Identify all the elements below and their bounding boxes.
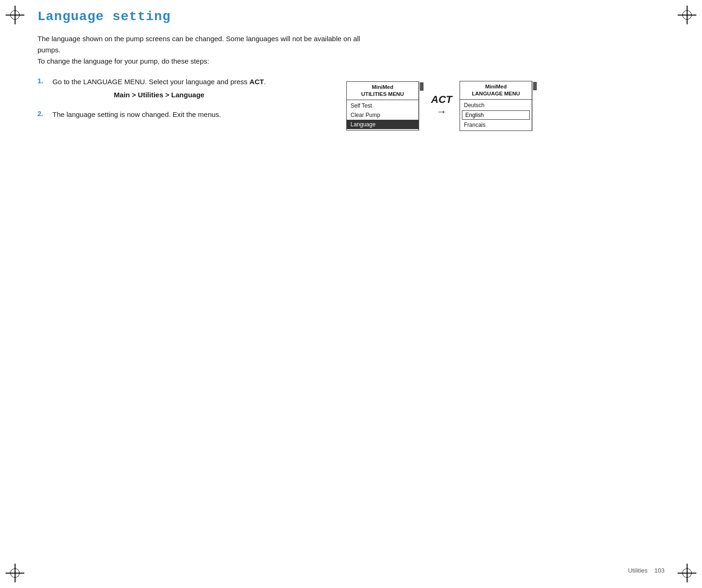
menu-item-francais: Francais	[460, 120, 532, 130]
step-1-number: 1.	[37, 76, 47, 85]
utilities-menu-body: Self Test Clear Pump Language	[347, 100, 418, 130]
menu-item-deutsch: Deutsch	[460, 101, 532, 110]
language-menu-screen: MiniMed LANGUAGE MENU Deutsch English Fr…	[460, 81, 537, 131]
pump-diagram: MiniMed UTILITIES MENU Self Test Clear P…	[346, 81, 537, 131]
menu-item-self-test: Self Test	[347, 101, 418, 110]
menu-item-clear-pump: Clear Pump	[347, 110, 418, 120]
corner-mark-bl	[6, 564, 24, 582]
step-2: 2. The language setting is now changed. …	[37, 109, 328, 120]
utilities-menu-box: MiniMed UTILITIES MENU Self Test Clear P…	[346, 81, 419, 131]
step-1-nav: Main > Utilities > Language	[52, 89, 266, 101]
utilities-screen-header: MiniMed UTILITIES MENU	[347, 82, 418, 100]
utilities-scrollbar	[419, 81, 424, 131]
step-2-number: 2.	[37, 109, 47, 117]
steps-list: 1. Go to the LANGUAGE MENU. Select your …	[37, 76, 328, 129]
language-screen-header: MiniMed LANGUAGE MENU	[460, 81, 532, 100]
corner-mark-tr	[678, 6, 696, 24]
menu-item-language: Language	[347, 120, 418, 129]
intro-text: The language shown on the pump screens c…	[37, 33, 365, 67]
language-scroll-thumb	[533, 82, 537, 90]
language-scrollbar	[532, 81, 537, 131]
utilities-menu-screen: MiniMed UTILITIES MENU Self Test Clear P…	[346, 81, 424, 131]
corner-mark-br	[678, 564, 696, 582]
menu-item-english: English	[462, 110, 530, 120]
arrow-right-icon: →	[435, 106, 449, 118]
step-2-content: The language setting is now changed. Exi…	[52, 109, 221, 120]
act-label: ACT	[426, 94, 457, 106]
act-arrow-area: ACT →	[424, 94, 460, 118]
language-menu-body: Deutsch English Francais	[460, 100, 532, 131]
corner-mark-tl	[6, 6, 24, 24]
step-1: 1. Go to the LANGUAGE MENU. Select your …	[37, 76, 328, 101]
utilities-scroll-thumb	[420, 82, 424, 91]
page-footer: Utilities 103	[628, 567, 665, 574]
step-1-content: Go to the LANGUAGE MENU. Select your lan…	[52, 76, 266, 101]
steps-section: 1. Go to the LANGUAGE MENU. Select your …	[37, 76, 618, 131]
language-menu-box: MiniMed LANGUAGE MENU Deutsch English Fr…	[460, 81, 532, 131]
page-title: Language setting	[37, 9, 618, 24]
